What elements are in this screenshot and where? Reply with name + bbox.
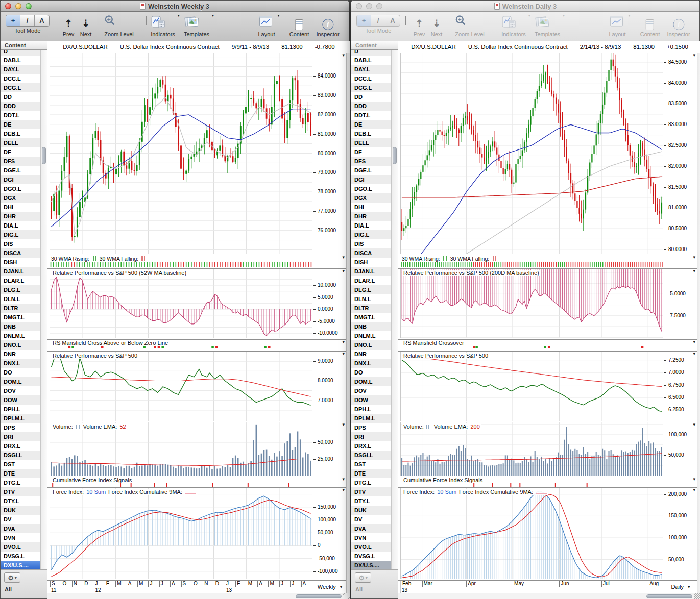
ticker-item[interactable]: DE: [1, 120, 40, 129]
layout-button[interactable]: ▾ Layout: [609, 15, 625, 37]
rp-baseline-plot[interactable]: [400, 269, 663, 338]
ticker-item[interactable]: DNB: [1, 322, 40, 331]
ticker-item[interactable]: DGI: [351, 175, 391, 184]
ticker-list[interactable]: DDAB.LDAY.LDCC.LDCG.LDDDDDDDT.LDEDEB.LDE…: [351, 50, 391, 570]
inspector-button[interactable]: i Inspector: [316, 15, 339, 37]
layout-button[interactable]: ▾ Layout: [258, 15, 275, 37]
ticker-item[interactable]: DRI: [1, 432, 40, 441]
ticker-item[interactable]: DCG.L: [351, 83, 391, 92]
ticker-item[interactable]: DLG.L: [351, 285, 391, 294]
panel-disclosure-icon[interactable]: ▾: [342, 53, 345, 58]
ticker-item[interactable]: DAY.L: [1, 65, 40, 74]
ticker-item[interactable]: DNO.L: [351, 340, 391, 350]
ticker-item[interactable]: DPS: [1, 423, 40, 432]
ticker-item[interactable]: DD: [1, 92, 40, 102]
ticker-item[interactable]: DPLM.L: [1, 414, 40, 423]
ticker-item[interactable]: DGE.L: [1, 166, 40, 175]
ticker-item[interactable]: DOM.L: [1, 377, 40, 386]
force-index-plot[interactable]: [400, 488, 663, 579]
ticker-item[interactable]: DF: [1, 147, 40, 157]
scrollbar-thumb[interactable]: [646, 594, 692, 598]
tool-move-button[interactable]: +: [357, 15, 371, 26]
ticker-item[interactable]: DOV: [351, 386, 391, 395]
ticker-item[interactable]: DNLM.L: [1, 331, 40, 340]
ticker-item[interactable]: DTY.L: [351, 496, 391, 506]
ticker-item[interactable]: DLTR: [1, 304, 40, 313]
ticker-item[interactable]: DEB.L: [351, 129, 391, 138]
ticker-item[interactable]: DTV: [351, 487, 391, 496]
ticker-item[interactable]: DE: [351, 120, 391, 129]
ticker-item[interactable]: DISH: [351, 258, 391, 267]
panel-disclosure-icon[interactable]: ▾: [693, 268, 695, 273]
panel-disclosure-icon[interactable]: ▾: [342, 268, 345, 273]
ticker-item[interactable]: DLG.L: [1, 285, 40, 294]
ticker-item[interactable]: DAB.L: [351, 56, 391, 65]
panel-disclosure-icon[interactable]: ▾: [693, 53, 695, 58]
ticker-item[interactable]: DO: [351, 368, 391, 377]
next-button[interactable]: ⇣ Next: [431, 15, 443, 37]
ticker-item[interactable]: DD: [351, 92, 391, 102]
next-button[interactable]: ⇣ Next: [80, 15, 92, 37]
ticker-item[interactable]: DNR: [351, 350, 391, 359]
ticker-item[interactable]: DISCA: [351, 248, 391, 258]
ticker-item[interactable]: DVSG.L: [351, 552, 391, 561]
templates-button[interactable]: ▾ Templates: [184, 15, 209, 37]
tool-move-button[interactable]: +: [6, 15, 20, 26]
ticker-item[interactable]: DLTR: [351, 304, 391, 313]
ticker-item[interactable]: DIS: [351, 239, 391, 248]
ticker-item[interactable]: DELL: [351, 138, 391, 147]
periodicity-dropdown[interactable]: Weekly▾: [313, 581, 346, 593]
ticker-item[interactable]: D: [351, 50, 391, 56]
ticker-item[interactable]: DJAN.L: [351, 267, 391, 276]
ticker-item[interactable]: DX/U.S....: [351, 561, 391, 570]
ticker-item[interactable]: DMGT.L: [1, 313, 40, 322]
ticker-item[interactable]: DSGI.L: [1, 451, 40, 460]
content-button[interactable]: Content: [640, 15, 660, 37]
ticker-item[interactable]: DVA: [351, 524, 391, 533]
ticker-item[interactable]: DPH.L: [351, 405, 391, 414]
horizontal-scrollbar[interactable]: [398, 593, 700, 599]
scrollbar-thumb[interactable]: [42, 147, 46, 164]
ticker-item[interactable]: DRI: [351, 432, 391, 441]
panel-disclosure-icon[interactable]: ▾: [342, 422, 345, 427]
panel-disclosure-icon[interactable]: ▾: [342, 487, 345, 492]
ticker-item[interactable]: DLN.L: [351, 294, 391, 304]
ticker-item[interactable]: DIA.L: [351, 221, 391, 230]
ticker-item[interactable]: DOW: [351, 395, 391, 405]
ticker-item[interactable]: DVA: [1, 524, 40, 533]
resize-grip[interactable]: [343, 593, 350, 599]
filter-all-label[interactable]: All: [355, 586, 363, 592]
ticker-item[interactable]: DDD: [351, 102, 391, 111]
indicators-button[interactable]: ▾ Indicators: [501, 15, 526, 37]
ticker-item[interactable]: DX/U.S....: [1, 561, 40, 570]
ticker-item[interactable]: DRX.L: [1, 441, 40, 451]
ticker-item[interactable]: DAB.L: [1, 56, 40, 65]
ticker-item[interactable]: DV: [1, 515, 40, 524]
ticker-item[interactable]: DOV: [1, 386, 40, 395]
ticker-item[interactable]: DDD: [1, 102, 40, 111]
panel-disclosure-icon[interactable]: ▾: [693, 339, 695, 344]
ticker-item[interactable]: DNLM.L: [351, 331, 391, 340]
action-gear-button[interactable]: ⚙▾: [4, 572, 20, 583]
panel-disclosure-icon[interactable]: ▾: [342, 339, 345, 344]
ticker-item[interactable]: D: [1, 50, 40, 56]
tool-line-button[interactable]: /: [20, 15, 35, 26]
price-plot[interactable]: [50, 53, 312, 254]
ticker-item[interactable]: DLAR.L: [1, 276, 40, 285]
sidebar-scrollbar[interactable]: [40, 50, 47, 569]
price-plot[interactable]: [400, 53, 663, 254]
ticker-item[interactable]: DDT.L: [351, 111, 391, 120]
ticker-item[interactable]: DLN.L: [1, 294, 40, 304]
ticker-item[interactable]: DPS: [351, 423, 391, 432]
ticker-item[interactable]: DTG.L: [351, 478, 391, 487]
ticker-item[interactable]: DGX: [351, 193, 391, 203]
indicators-button[interactable]: ▾ Indicators: [151, 15, 175, 37]
ticker-item[interactable]: DJAN.L: [1, 267, 40, 276]
prev-button[interactable]: ⇡ Prev: [414, 15, 425, 37]
ticker-item[interactable]: DVO.L: [351, 542, 391, 552]
ticker-item[interactable]: DOW: [1, 395, 40, 405]
ticker-item[interactable]: DNB: [351, 322, 391, 331]
ticker-item[interactable]: DHR: [1, 212, 40, 221]
scrollbar-thumb[interactable]: [296, 594, 342, 598]
ticker-item[interactable]: DISH: [1, 258, 40, 267]
